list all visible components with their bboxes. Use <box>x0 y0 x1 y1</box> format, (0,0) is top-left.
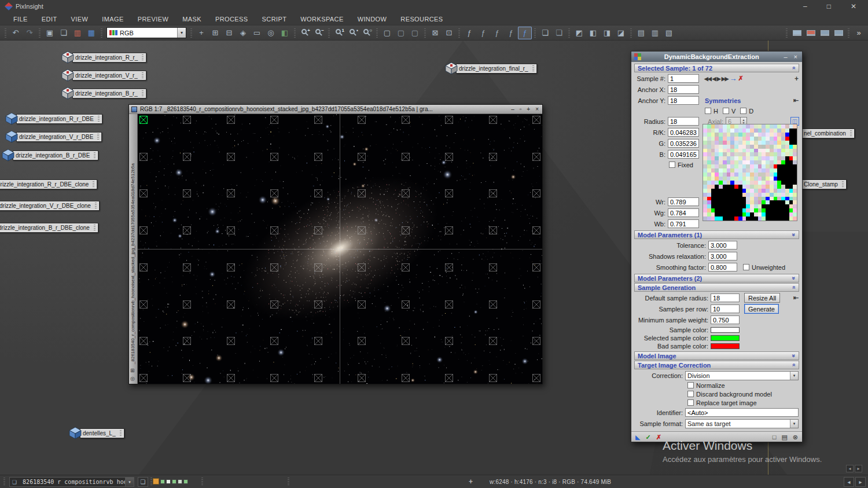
iconized-window-dbe-b-clone[interactable]: drizzle_integration_B_r_DBE_clone <box>0 221 98 234</box>
menu-resources[interactable]: RESOURCES <box>394 14 449 24</box>
iconized-window-drizzle-r[interactable]: drizzle_integration_R_r_ <box>61 50 146 64</box>
resize-all-button[interactable]: Resize All <box>744 293 780 303</box>
section-selected-sample[interactable]: Selected Sample: 1 of 72 » <box>634 64 799 72</box>
wg-input[interactable] <box>668 208 699 217</box>
last-sample-icon[interactable]: ▶▶ <box>721 76 729 82</box>
wr-input[interactable] <box>668 197 699 206</box>
real-time-preview-icon[interactable]: □ <box>773 433 777 441</box>
menu-script[interactable]: SCRIPT <box>256 14 293 24</box>
symmetry-v-checkbox[interactable] <box>723 108 729 114</box>
anchor-y-input[interactable] <box>668 96 699 105</box>
window-fit-button[interactable]: ▫ <box>520 107 522 112</box>
workspace-3-icon[interactable] <box>832 27 845 39</box>
bad-sample-color-swatch[interactable] <box>711 343 740 349</box>
goto-sample-icon[interactable]: → <box>729 74 738 83</box>
unweighted-checkbox[interactable] <box>743 264 749 270</box>
panel-left-icon[interactable]: ▤ <box>634 27 648 39</box>
statusbar-scroll-left[interactable]: ◂ <box>844 477 854 487</box>
section-sample-generation[interactable]: Sample Generation » <box>634 283 799 292</box>
delete-preview-icon[interactable]: ▢ <box>408 27 422 39</box>
sample-num-input[interactable] <box>668 74 699 83</box>
section-target-image-correction[interactable]: Target Image Correction » <box>634 361 799 369</box>
new-view-icon[interactable]: ◧ <box>278 27 292 39</box>
menu-preview[interactable]: PREVIEW <box>131 14 175 24</box>
cancel-icon[interactable]: ✗ <box>656 433 661 441</box>
scroll-left-icon[interactable]: ◂ <box>846 465 854 472</box>
menu-file[interactable]: FILE <box>7 14 34 24</box>
pan-mode-icon[interactable]: + <box>194 27 208 39</box>
process-icon-2[interactable]: ƒ <box>476 27 490 39</box>
default-sample-radius-input[interactable] <box>711 293 740 302</box>
zoom-1-1-icon[interactable]: 1 <box>332 27 346 39</box>
resize-grip[interactable] <box>850 130 852 136</box>
minimize-button[interactable]: – <box>803 2 807 10</box>
sample-color-swatch[interactable] <box>711 327 740 333</box>
g-input[interactable] <box>668 139 699 148</box>
window-zoom-button[interactable]: + <box>527 107 530 112</box>
toolbar-overflow-icon[interactable]: » <box>852 27 866 39</box>
channel-selector-dropdown[interactable]: RGB▾ <box>106 27 186 38</box>
shadows-relaxation-input[interactable] <box>708 252 737 260</box>
shrink-window-icon[interactable]: ⊟ <box>222 27 236 39</box>
redo-icon[interactable]: ↷ <box>23 27 36 39</box>
iconized-window-drizzle-v[interactable]: drizzle_integration_V_r_ <box>61 68 146 82</box>
screen-transfer-icon[interactable]: ▥ <box>71 27 84 39</box>
crop-icon[interactable]: ⊠ <box>428 27 442 39</box>
menu-view[interactable]: VIEW <box>65 14 95 24</box>
image-window[interactable]: RGB 1:7 _826183540_r_compositionrvb_hoon… <box>128 104 543 384</box>
section-model-parameters-1[interactable]: Model Parameters (1) » <box>634 230 799 239</box>
readout-mode-icon[interactable]: ◎ <box>264 27 278 39</box>
dbe-close-button[interactable]: × <box>792 53 799 60</box>
mask-invert-icon[interactable]: ◨ <box>600 27 614 39</box>
workspace-main-icon[interactable] <box>790 27 804 39</box>
menu-process[interactable]: PROCESS <box>209 14 255 24</box>
view-mode-button[interactable]: ❏ <box>138 477 148 487</box>
anchor-x-input[interactable] <box>668 85 699 94</box>
image-container-icon[interactable]: ❏ <box>538 27 552 39</box>
documentation-icon[interactable]: ▤ <box>781 433 787 441</box>
selection-mode-icon[interactable]: ▭ <box>250 27 264 39</box>
readout-indicator-icon[interactable]: ◎ <box>130 376 135 381</box>
process-icon-3[interactable]: ƒ <box>490 27 504 39</box>
iconized-window-dbe-v-clone[interactable]: drizzle_integration_V_r_DBE_clone <box>0 199 100 212</box>
iconized-window-dbe-r[interactable]: drizzle_integration_R_r_DBE <box>5 112 102 126</box>
collapse-icon[interactable]: » <box>791 364 797 367</box>
iconized-window-dbe-v[interactable]: drizzle_integration_V_r_DBE <box>5 130 102 144</box>
symmetry-h-checkbox[interactable] <box>705 108 711 114</box>
minimum-sample-weight-input[interactable] <box>711 315 740 324</box>
iconized-window-dbe-r-clone[interactable]: drizzle_integration_R_r_DBE_clone <box>0 177 97 191</box>
zoom-in-icon[interactable]: + <box>298 27 312 39</box>
dbe-title-bar[interactable]: DynamicBackgroundExtraction – × <box>631 52 802 62</box>
image-canvas[interactable] <box>138 114 542 384</box>
rk-input[interactable] <box>668 128 699 137</box>
reset-icon[interactable]: ⊗ <box>793 433 798 441</box>
dynamic-crop-icon[interactable]: ⊡ <box>442 27 456 39</box>
view-selector[interactable]: ❏ _826183540_r_compositionrvb_hoo ▾ <box>9 477 134 487</box>
new-container-icon[interactable]: ❏ <box>552 27 566 39</box>
window-side-strip[interactable]: _826183540_r_compositionrvb_hoonoisext_s… <box>129 114 138 384</box>
collapse-icon[interactable]: » <box>791 233 797 237</box>
process-icon-1[interactable]: ƒ <box>462 27 476 39</box>
resize-grip[interactable] <box>95 203 97 208</box>
resize-grip[interactable] <box>93 181 94 187</box>
section-model-image[interactable]: Model Image » <box>634 351 799 360</box>
image-window-title-bar[interactable]: RGB 1:7 _826183540_r_compositionrvb_hoon… <box>129 105 542 114</box>
iconized-window-clone-stamp[interactable]: Clone_stamp <box>803 177 847 191</box>
tolerance-input[interactable] <box>708 241 737 249</box>
wb-input[interactable] <box>668 219 699 228</box>
resize-grip[interactable] <box>842 181 844 187</box>
resize-grip[interactable] <box>532 65 534 71</box>
statusbar-scroll-right[interactable]: ▸ <box>855 477 866 487</box>
edit-preview-icon[interactable]: ▢ <box>394 27 408 39</box>
workspace-2-icon[interactable] <box>818 27 832 39</box>
drag-instance-icon[interactable]: ◣ <box>635 433 640 441</box>
new-image-icon[interactable]: ▣ <box>43 27 57 39</box>
resize-grip[interactable] <box>94 225 95 230</box>
color-management-icon[interactable]: ▦ <box>84 27 98 39</box>
resize-grip[interactable] <box>97 134 99 140</box>
resize-grip[interactable] <box>142 72 144 78</box>
close-button[interactable]: ✕ <box>851 2 856 10</box>
iconized-window-drizzle-b[interactable]: drizzle_integration_B_r_ <box>61 86 146 100</box>
next-sample-icon[interactable]: ▶ <box>716 76 721 82</box>
mask-indicator[interactable] <box>153 478 188 485</box>
